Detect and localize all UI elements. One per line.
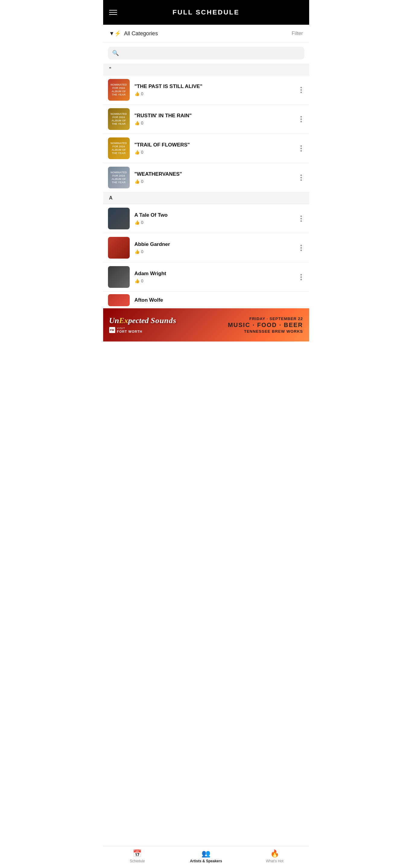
item-more-button[interactable]: [298, 114, 304, 125]
like-count: 0: [141, 91, 144, 96]
list-item[interactable]: Abbie Gardner👍0: [103, 233, 309, 262]
item-likes: 👍0: [135, 179, 298, 184]
search-icon: 🔍: [112, 50, 119, 56]
filter-icon: ▼⚡: [109, 30, 121, 37]
item-thumbnail: NOMINATED FOR 2024 ALBUM OF THE YEAR: [108, 137, 130, 159]
item-likes: 👍0: [135, 150, 298, 155]
item-content: Adam Wright👍0: [135, 271, 298, 283]
item-content: "WEATHERVANES"👍0: [135, 171, 298, 184]
like-icon: 👍: [135, 179, 140, 184]
item-content: "THE PAST IS STILL ALIVE"👍0: [135, 84, 298, 96]
item-thumbnail: [108, 208, 130, 229]
search-input[interactable]: [122, 50, 300, 56]
item-title: "TRAIL OF FLOWERS": [135, 142, 298, 148]
like-icon: 👍: [135, 121, 140, 125]
item-title: Abbie Gardner: [135, 241, 298, 247]
item-content: "RUSTIN' IN THE RAIN"👍0: [135, 113, 298, 125]
item-thumbnail: [108, 237, 130, 258]
item-likes: 👍0: [135, 220, 298, 225]
search-container: 🔍: [103, 42, 309, 64]
like-count: 0: [141, 150, 144, 155]
item-title: "WEATHERVANES": [135, 171, 298, 177]
section-header-a: A: [103, 192, 309, 204]
page-title: FULL SCHEDULE: [173, 8, 239, 16]
item-title: A Tale Of Two: [135, 212, 298, 218]
like-count: 0: [141, 220, 144, 225]
item-more-button[interactable]: [298, 84, 304, 96]
partial-item-title: Afton Wolfe: [135, 297, 163, 303]
like-count: 0: [141, 278, 144, 283]
banner-events: MUSIC · FOOD · BEER: [228, 321, 303, 329]
like-icon: 👍: [135, 150, 140, 155]
item-thumbnail: NOMINATED FOR 2024 ALBUM OF THE YEAR: [108, 167, 130, 188]
item-likes: 👍0: [135, 121, 298, 125]
search-box: 🔍: [108, 47, 304, 59]
item-title: "THE PAST IS STILL ALIVE": [135, 84, 298, 90]
banner-visit-text: VISIT FORT WORTH: [117, 327, 143, 333]
like-count: 0: [141, 179, 144, 184]
list-item[interactable]: A Tale Of Two👍0: [103, 204, 309, 233]
filter-left: ▼⚡ All Categories: [109, 30, 158, 37]
item-thumbnail: NOMINATED FOR 2024 ALBUM OF THE YEAR: [108, 79, 130, 101]
list-item[interactable]: NOMINATED FOR 2024 ALBUM OF THE YEAR"RUS…: [103, 104, 309, 134]
filter-bar: ▼⚡ All Categories Filter: [103, 25, 309, 42]
banner-date: FRIDAY · SEPTEMBER 22: [228, 316, 303, 321]
filter-label: All Categories: [124, 30, 158, 37]
item-likes: 👍0: [135, 91, 298, 96]
partial-item-thumb: [108, 294, 130, 306]
menu-button[interactable]: [109, 10, 117, 15]
item-more-button[interactable]: [298, 143, 304, 154]
filter-button[interactable]: Filter: [292, 30, 303, 36]
banner-subtitle: FW VISIT FORT WORTH: [109, 327, 228, 333]
banner-right: FRIDAY · SEPTEMBER 22 MUSIC · FOOD · BEE…: [228, 316, 303, 334]
item-content: "TRAIL OF FLOWERS"👍0: [135, 142, 298, 155]
item-more-button[interactable]: [298, 213, 304, 224]
item-more-button[interactable]: [298, 272, 304, 283]
item-title: Adam Wright: [135, 271, 298, 277]
banner-venue: TENNESSEE BREW WORKS: [228, 329, 303, 334]
item-content: A Tale Of Two👍0: [135, 212, 298, 225]
like-count: 0: [141, 121, 144, 125]
item-thumbnail: NOMINATED FOR 2024 ALBUM OF THE YEAR: [108, 108, 130, 130]
banner-title: UnExpected Sounds: [109, 316, 228, 325]
item-title: "RUSTIN' IN THE RAIN": [135, 113, 298, 119]
like-icon: 👍: [135, 278, 140, 283]
banner-left: UnExpected Sounds FW VISIT FORT WORTH: [109, 316, 228, 334]
section-header-quotes: ": [103, 64, 309, 75]
item-more-button[interactable]: [298, 242, 304, 253]
item-thumbnail: [108, 266, 130, 288]
like-icon: 👍: [135, 91, 140, 96]
like-icon: 👍: [135, 249, 140, 254]
header: FULL SCHEDULE: [103, 0, 309, 25]
list-item[interactable]: NOMINATED FOR 2024 ALBUM OF THE YEAR"TRA…: [103, 134, 309, 163]
like-icon: 👍: [135, 220, 140, 225]
content-area: "NOMINATED FOR 2024 ALBUM OF THE YEAR"TH…: [103, 64, 309, 292]
list-item[interactable]: NOMINATED FOR 2024 ALBUM OF THE YEAR"THE…: [103, 75, 309, 104]
banner-ad[interactable]: UnExpected Sounds FW VISIT FORT WORTH FR…: [103, 308, 309, 341]
partial-item[interactable]: Afton Wolfe: [103, 292, 309, 308]
item-likes: 👍0: [135, 249, 298, 254]
list-item[interactable]: NOMINATED FOR 2024 ALBUM OF THE YEAR"WEA…: [103, 163, 309, 192]
like-count: 0: [141, 249, 144, 254]
item-content: Abbie Gardner👍0: [135, 241, 298, 254]
list-item[interactable]: Adam Wright👍0: [103, 262, 309, 292]
item-likes: 👍0: [135, 278, 298, 283]
item-more-button[interactable]: [298, 172, 304, 183]
fw-logo: FW: [109, 327, 115, 333]
